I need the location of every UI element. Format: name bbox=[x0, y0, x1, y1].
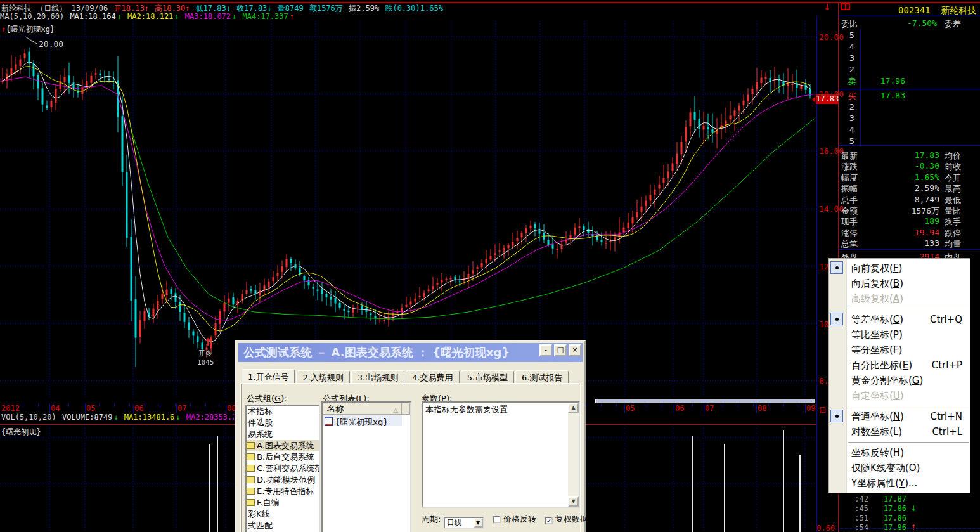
menu-item[interactable]: 百分比坐标(E)Ctrl+P bbox=[829, 358, 970, 373]
candle bbox=[321, 282, 323, 301]
params-scrollbar[interactable]: ▲ ▼ bbox=[568, 403, 579, 507]
trading-app-screen: 新纶科技 （日线） 13/09/06 开18.13↑ 高18.30↑ 低17.8… bbox=[0, 0, 980, 532]
candle bbox=[184, 305, 186, 328]
candle bbox=[175, 288, 177, 309]
folder-icon bbox=[247, 476, 255, 483]
formula-list-item[interactable]: {曙光初现xg} bbox=[323, 415, 402, 426]
dialog-tab[interactable]: 4.交易费用 bbox=[406, 370, 459, 384]
candle bbox=[401, 304, 403, 318]
info-segment: 收17.83↓ bbox=[236, 4, 276, 13]
candle bbox=[809, 84, 811, 99]
candle bbox=[286, 254, 288, 271]
ma-segment: MA4:17.337 bbox=[238, 12, 288, 21]
adjust-data-label: 复权数据 bbox=[555, 514, 588, 524]
formula-group-item[interactable]: 术指标 bbox=[247, 406, 319, 417]
candle bbox=[352, 304, 354, 317]
dialog-tab[interactable]: 2.入场规则 bbox=[296, 370, 349, 384]
info-segment: 量8749 bbox=[278, 4, 308, 13]
formula-group-list[interactable]: 术指标件选股易系统A.图表交易系统B.后台交易系统C.套利交易系统范例D.功能模… bbox=[245, 405, 320, 532]
quote-stat-row: 最新17.83均价 bbox=[838, 150, 980, 162]
menu-item[interactable]: 向后复权(B) bbox=[829, 276, 970, 291]
menu-item[interactable]: 向前复权(F) bbox=[829, 261, 970, 276]
ma-segment: MA(5,10,20,60) bbox=[0, 12, 68, 21]
candle bbox=[508, 243, 510, 256]
tile-windows-icon[interactable] bbox=[841, 3, 850, 10]
candle bbox=[188, 317, 190, 338]
menu-item[interactable]: Y坐标属性(Y)... bbox=[829, 476, 970, 491]
candle bbox=[20, 55, 22, 74]
candle bbox=[716, 118, 718, 149]
download-arrow-icon[interactable]: ↓ bbox=[823, 2, 831, 12]
candle bbox=[774, 67, 776, 88]
formula-list[interactable]: 名称 △ {曙光初现xg} bbox=[321, 401, 411, 532]
formula-group-item[interactable]: 件选股 bbox=[247, 417, 319, 429]
column-divider[interactable] bbox=[401, 403, 402, 414]
candle bbox=[650, 185, 652, 206]
radio-selected-icon bbox=[830, 261, 843, 274]
price-reverse-checkbox[interactable] bbox=[493, 516, 501, 523]
candle bbox=[592, 226, 594, 245]
candle bbox=[761, 70, 763, 88]
volume-bar bbox=[799, 455, 801, 532]
ma-segment: ↓ bbox=[174, 12, 179, 21]
formula-group-item[interactable]: B.后台交易系统 bbox=[247, 451, 319, 463]
formula-group-item[interactable]: C.套利交易系统范例 bbox=[247, 463, 319, 474]
dialog-tab[interactable]: 5.市场模型 bbox=[461, 370, 514, 384]
candle bbox=[752, 86, 754, 105]
combobox-dropdown-icon[interactable]: ▼ bbox=[474, 518, 483, 528]
chart-horizontal-scrollbar[interactable] bbox=[595, 399, 815, 403]
candle bbox=[738, 103, 740, 123]
formula-group-item[interactable]: 彩K线 bbox=[247, 509, 319, 520]
candle bbox=[676, 142, 678, 170]
quote-stat-row: 总笔133均量 bbox=[838, 238, 980, 250]
candle bbox=[783, 73, 785, 94]
menu-item[interactable]: 等差坐标(C)Ctrl+Q bbox=[829, 312, 970, 327]
date-axis-label: 09 bbox=[806, 404, 815, 413]
volume-bar bbox=[783, 430, 784, 532]
volume-bar bbox=[692, 436, 693, 532]
order-book-row: 2 bbox=[838, 65, 980, 76]
dialog-tab[interactable]: 1.开仓信号 bbox=[242, 369, 295, 384]
menu-item[interactable]: 等比坐标(P) bbox=[829, 327, 970, 342]
formula-group-item[interactable]: D.功能模块范例 bbox=[247, 474, 319, 486]
menu-shortcut: Ctrl+L bbox=[932, 424, 962, 439]
open-long-arrow-icon: ↑ bbox=[203, 336, 212, 348]
candle bbox=[432, 277, 434, 292]
candle bbox=[24, 49, 26, 62]
date-axis-label: 2012 bbox=[1, 404, 20, 413]
formula-group-item[interactable]: E.专用特色指标 bbox=[247, 486, 319, 497]
menu-item[interactable]: 坐标反转(H) bbox=[829, 445, 970, 460]
scroll-up-button[interactable]: ▲ bbox=[568, 403, 579, 413]
menu-shortcut: Ctrl+N bbox=[931, 409, 962, 424]
candle bbox=[765, 72, 767, 85]
formula-group-item[interactable]: F.自编 bbox=[247, 497, 319, 509]
dialog-tab[interactable]: 6.测试报告 bbox=[515, 370, 569, 384]
close-button[interactable]: × bbox=[569, 344, 581, 356]
formula-group-item[interactable]: 易系统 bbox=[247, 429, 319, 440]
menu-item[interactable]: 普通坐标(N)Ctrl+N bbox=[829, 409, 970, 424]
formula-group-item[interactable]: A.图表交易系统 bbox=[247, 440, 319, 451]
menu-item[interactable]: 黄金分割坐标(G) bbox=[829, 373, 970, 388]
folder-icon bbox=[247, 465, 255, 472]
adjust-data-checkbox[interactable]: ✓ bbox=[545, 517, 553, 524]
dialog-tab[interactable]: 3.出场规则 bbox=[351, 370, 404, 384]
candle bbox=[499, 243, 501, 257]
formula-group-item[interactable]: 式匹配 bbox=[247, 520, 319, 531]
minimize-button[interactable]: - bbox=[539, 344, 552, 356]
menu-item[interactable]: 仅随K线变动(O) bbox=[829, 460, 970, 476]
candle bbox=[672, 157, 674, 177]
restore-button[interactable]: □ bbox=[554, 344, 567, 356]
candle bbox=[694, 96, 696, 131]
scroll-down-button[interactable]: ▼ bbox=[568, 496, 579, 507]
candle bbox=[654, 185, 656, 207]
period-combobox[interactable]: 日线 ▼ bbox=[444, 517, 484, 529]
formula-list-header[interactable]: 名称 △ bbox=[323, 403, 410, 415]
dialog-title-bar[interactable]: 公式测试系统 － A.图表交易系统 ： {曙光初现xg} bbox=[238, 343, 583, 362]
ma-segment: ↑ bbox=[290, 12, 294, 21]
group-list-label: 公式组(G): bbox=[247, 393, 287, 405]
menu-item[interactable]: 对数坐标(L)Ctrl+L bbox=[829, 424, 970, 439]
menu-item[interactable]: 等分坐标(F) bbox=[829, 342, 970, 358]
candle bbox=[441, 273, 443, 291]
book-bottom-line bbox=[838, 145, 980, 146]
candle bbox=[100, 70, 101, 82]
